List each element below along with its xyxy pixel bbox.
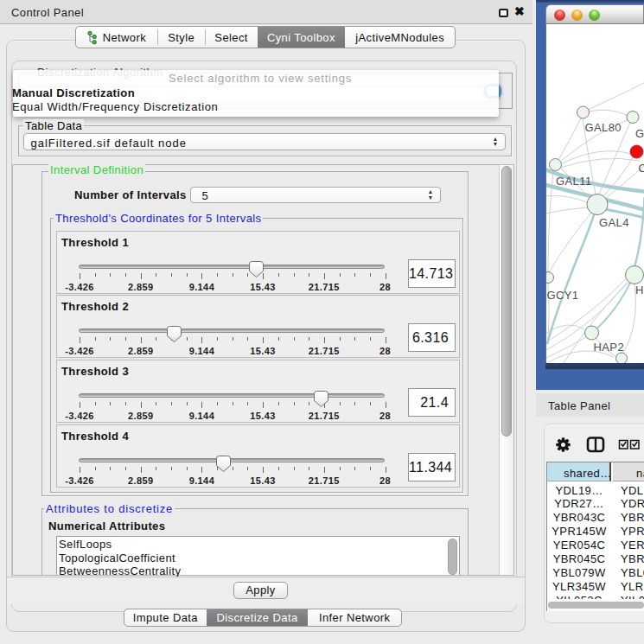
- svg-text:HAP2: HAP2: [594, 341, 625, 354]
- svg-text:GCY1: GCY1: [547, 289, 579, 302]
- svg-text:G: G: [635, 127, 644, 140]
- svg-text:H: H: [635, 284, 644, 296]
- svg-text:GAL4: GAL4: [599, 216, 629, 229]
- svg-text:GAL80: GAL80: [585, 121, 622, 134]
- svg-text:C: C: [639, 162, 644, 175]
- svg-text:GAL11: GAL11: [556, 175, 592, 188]
